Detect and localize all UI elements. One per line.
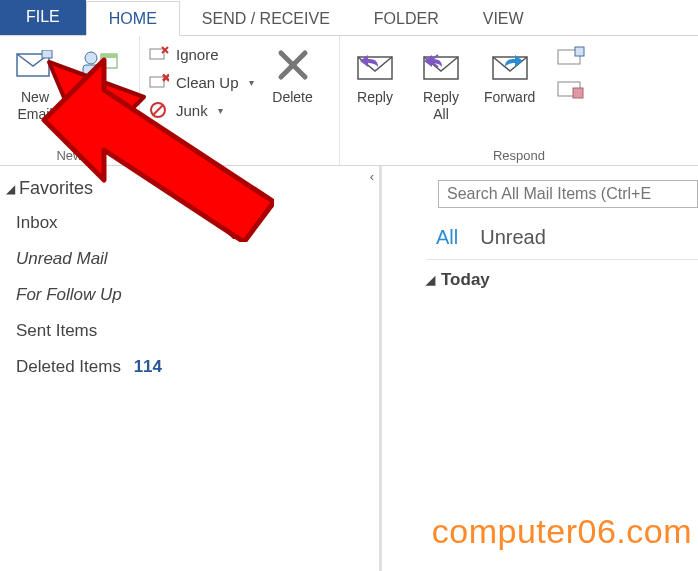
svg-point-2 xyxy=(85,52,97,64)
deleted-items-label: Deleted Items xyxy=(16,357,121,376)
collapse-nav-icon[interactable]: ‹ xyxy=(370,169,374,184)
junk-icon xyxy=(148,100,170,120)
cleanup-label: Clean Up xyxy=(176,74,239,91)
cleanup-icon: ✖ xyxy=(148,72,170,92)
new-email-label: New Email xyxy=(17,89,52,123)
junk-button[interactable]: Junk ▾ xyxy=(148,98,254,122)
filter-all[interactable]: All xyxy=(436,226,458,249)
envelope-icon xyxy=(13,44,57,86)
search-box[interactable] xyxy=(438,180,698,208)
ignore-button[interactable]: Ignore xyxy=(148,42,254,66)
meeting-icon[interactable] xyxy=(557,46,585,68)
group-label-delete xyxy=(148,145,331,163)
svg-rect-3 xyxy=(83,65,99,75)
message-list-pane: All Unread ◢ Today xyxy=(382,166,698,571)
folder-nav-pane: ‹ ◢ Favorites Inbox Unread Mail For Foll… xyxy=(0,166,382,571)
expand-icon: ◢ xyxy=(6,182,15,196)
new-email-button[interactable]: New Email xyxy=(8,40,62,123)
svg-rect-1 xyxy=(42,50,52,58)
forward-icon xyxy=(488,44,532,86)
favorites-header[interactable]: ◢ Favorites xyxy=(6,174,367,205)
ignore-icon xyxy=(148,44,170,64)
new-items-label: Ite xyxy=(93,89,109,106)
new-items-button[interactable]: Ite xyxy=(74,40,128,106)
reply-all-icon xyxy=(419,44,463,86)
forward-button[interactable]: Forward xyxy=(480,40,539,106)
folder-inbox[interactable]: Inbox xyxy=(6,205,367,241)
ribbon-group-new: New Email Ite New xyxy=(0,36,140,165)
svg-rect-5 xyxy=(101,54,117,58)
person-calendar-icon xyxy=(79,44,123,86)
delete-button[interactable]: Delete xyxy=(266,40,320,106)
svg-rect-19 xyxy=(575,47,584,56)
reply-icon xyxy=(353,44,397,86)
tab-folder[interactable]: FOLDER xyxy=(352,2,461,35)
filter-unread[interactable]: Unread xyxy=(480,226,546,249)
group-label-new: New xyxy=(8,145,131,163)
delete-label: Delete xyxy=(272,89,312,106)
folder-for-follow-up[interactable]: For Follow Up xyxy=(6,277,367,313)
svg-line-12 xyxy=(153,105,163,115)
main-area: ‹ ◢ Favorites Inbox Unread Mail For Foll… xyxy=(0,166,698,571)
favorites-label: Favorites xyxy=(19,178,93,199)
folder-unread-mail[interactable]: Unread Mail xyxy=(6,241,367,277)
more-respond-icon[interactable] xyxy=(557,78,585,100)
filter-bar: All Unread xyxy=(396,208,698,259)
reply-all-label: Reply All xyxy=(423,89,459,123)
ribbon-group-delete: Ignore ✖ Clean Up ▾ Junk ▾ xyxy=(140,36,340,165)
date-group-today[interactable]: ◢ Today xyxy=(426,259,698,290)
folder-sent-items[interactable]: Sent Items xyxy=(6,313,367,349)
respond-extra xyxy=(551,40,585,100)
dropdown-icon: ▾ xyxy=(249,77,254,88)
watermark: computer06.com xyxy=(432,512,692,551)
deleted-items-count: 114 xyxy=(134,357,162,376)
tab-home[interactable]: HOME xyxy=(86,1,180,36)
reply-label: Reply xyxy=(357,89,393,106)
ribbon: New Email Ite New xyxy=(0,36,698,166)
reply-all-button[interactable]: Reply All xyxy=(414,40,468,123)
svg-rect-21 xyxy=(573,88,583,98)
delete-x-icon xyxy=(271,44,315,86)
clean-up-button[interactable]: ✖ Clean Up ▾ xyxy=(148,70,254,94)
ribbon-tabs: FILE HOME SEND / RECEIVE FOLDER VIEW xyxy=(0,0,698,36)
ribbon-group-respond: Reply Reply All xyxy=(340,36,698,165)
svg-text:✖: ✖ xyxy=(161,73,169,85)
expand-icon: ◢ xyxy=(426,273,435,287)
svg-rect-6 xyxy=(150,49,164,59)
tab-file[interactable]: FILE xyxy=(0,0,86,35)
search-input[interactable] xyxy=(447,185,689,203)
tab-send-receive[interactable]: SEND / RECEIVE xyxy=(180,2,352,35)
group-today-label: Today xyxy=(441,270,490,290)
ignore-label: Ignore xyxy=(176,46,219,63)
tab-view[interactable]: VIEW xyxy=(461,2,546,35)
folder-deleted-items[interactable]: Deleted Items 114 xyxy=(6,349,367,385)
reply-button[interactable]: Reply xyxy=(348,40,402,106)
group-label-respond: Respond xyxy=(348,145,690,163)
forward-label: Forward xyxy=(484,89,535,106)
junk-label: Junk xyxy=(176,102,208,119)
dropdown-icon: ▾ xyxy=(218,105,223,116)
